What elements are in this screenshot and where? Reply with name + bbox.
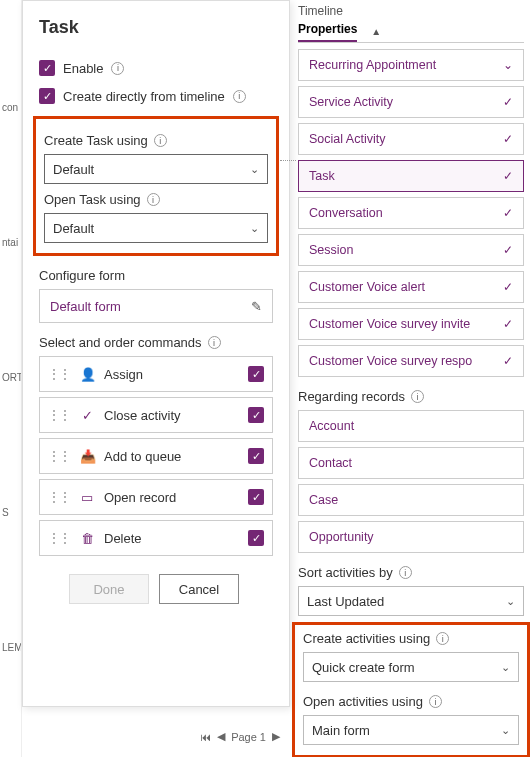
task-title: Task <box>39 17 273 38</box>
create-task-value: Default <box>53 162 94 177</box>
cmd-checkbox[interactable]: ✓ <box>248 448 264 464</box>
info-icon[interactable]: i <box>233 90 246 103</box>
connector-line <box>280 160 296 161</box>
pencil-icon[interactable]: ✎ <box>251 299 262 314</box>
cancel-button[interactable]: Cancel <box>159 574 239 604</box>
drag-icon[interactable]: ⋮⋮ <box>48 490 70 504</box>
open-activities-select[interactable]: Main form ⌄ <box>303 715 519 745</box>
task-panel-wrap: Task ✓ Enable i ✓ Create directly from t… <box>22 0 290 757</box>
default-form-row[interactable]: Default form ✎ <box>39 289 273 323</box>
activity-recurring[interactable]: Recurring Appointment⌄ <box>298 49 524 81</box>
done-button[interactable]: Done <box>69 574 149 604</box>
create-direct-label: Create directly from timeline <box>63 89 225 104</box>
check-icon: ✓ <box>503 132 513 146</box>
create-activities-label: Create activities using <box>303 631 430 646</box>
trash-icon: 🗑 <box>80 531 94 546</box>
check-icon: ✓ <box>503 243 513 257</box>
chevron-down-icon: ⌄ <box>501 661 510 674</box>
cmd-close[interactable]: ⋮⋮ ✓ Close activity ✓ <box>39 397 273 433</box>
chevron-down-icon: ⌄ <box>250 163 259 176</box>
check-icon: ✓ <box>503 354 513 368</box>
task-panel: Task ✓ Enable i ✓ Create directly from t… <box>22 0 290 707</box>
person-icon: 👤 <box>80 367 94 382</box>
sort-label: Sort activities by <box>298 565 393 580</box>
create-activities-select[interactable]: Quick create form ⌄ <box>303 652 519 682</box>
enable-label: Enable <box>63 61 103 76</box>
tab-properties[interactable]: Properties <box>298 22 357 42</box>
regarding-account[interactable]: Account <box>298 410 524 442</box>
cmd-checkbox[interactable]: ✓ <box>248 489 264 505</box>
check-icon: ✓ <box>503 169 513 183</box>
chevron-down-icon: ⌄ <box>506 595 515 608</box>
prev-page-icon[interactable]: ◀ <box>217 730 225 743</box>
info-icon[interactable]: i <box>399 566 412 579</box>
open-task-label: Open Task using <box>44 192 141 207</box>
default-form-text: Default form <box>50 299 121 314</box>
drag-icon[interactable]: ⋮⋮ <box>48 531 70 545</box>
info-icon[interactable]: i <box>411 390 424 403</box>
info-icon[interactable]: i <box>208 336 221 349</box>
chevron-down-icon: ⌄ <box>501 724 510 737</box>
check-icon: ✓ <box>503 317 513 331</box>
sort-value: Last Updated <box>307 594 384 609</box>
check-icon: ✓ <box>80 408 94 423</box>
properties-pane: Timeline Properties ▲ Recurring Appointm… <box>290 0 532 757</box>
create-task-select[interactable]: Default ⌄ <box>44 154 268 184</box>
first-page-icon[interactable]: ⏮ <box>200 731 211 743</box>
info-icon[interactable]: i <box>436 632 449 645</box>
tab-timeline[interactable]: Timeline <box>298 4 343 18</box>
configure-form-label: Configure form <box>39 268 125 283</box>
enable-checkbox[interactable]: ✓ <box>39 60 55 76</box>
open-activities-value: Main form <box>312 723 370 738</box>
cmd-queue[interactable]: ⋮⋮ 📥 Add to queue ✓ <box>39 438 273 474</box>
chevron-down-icon: ⌄ <box>250 222 259 235</box>
left-gutter: conntaiORTSLEM <box>0 0 22 757</box>
create-direct-checkbox[interactable]: ✓ <box>39 88 55 104</box>
check-icon: ✓ <box>503 95 513 109</box>
activity-cvr[interactable]: Customer Voice survey respo✓ <box>298 345 524 377</box>
info-icon[interactable]: i <box>111 62 124 75</box>
open-task-value: Default <box>53 221 94 236</box>
activity-service[interactable]: Service Activity✓ <box>298 86 524 118</box>
highlight-box-right: Create activities using i Quick create f… <box>292 622 530 757</box>
info-icon[interactable]: i <box>429 695 442 708</box>
drag-icon[interactable]: ⋮⋮ <box>48 408 70 422</box>
regarding-label: Regarding records <box>298 389 405 404</box>
cmd-checkbox[interactable]: ✓ <box>248 366 264 382</box>
pager[interactable]: ⏮ ◀ Page 1 ▶ <box>200 730 280 743</box>
check-icon: ✓ <box>503 280 513 294</box>
activity-social[interactable]: Social Activity✓ <box>298 123 524 155</box>
info-icon[interactable]: i <box>154 134 167 147</box>
collapse-icon[interactable]: ▲ <box>371 22 381 42</box>
regarding-opportunity[interactable]: Opportunity <box>298 521 524 553</box>
chevron-down-icon: ⌄ <box>503 58 513 72</box>
cmd-delete[interactable]: ⋮⋮ 🗑 Delete ✓ <box>39 520 273 556</box>
open-activities-label: Open activities using <box>303 694 423 709</box>
next-page-icon[interactable]: ▶ <box>272 730 280 743</box>
select-commands-label: Select and order commands <box>39 335 202 350</box>
cmd-assign[interactable]: ⋮⋮ 👤 Assign ✓ <box>39 356 273 392</box>
activity-conversation[interactable]: Conversation✓ <box>298 197 524 229</box>
highlight-box-left: Create Task using i Default ⌄ Open Task … <box>33 116 279 256</box>
activity-cvi[interactable]: Customer Voice survey invite✓ <box>298 308 524 340</box>
regarding-case[interactable]: Case <box>298 484 524 516</box>
queue-icon: 📥 <box>80 449 94 464</box>
drag-icon[interactable]: ⋮⋮ <box>48 367 70 381</box>
open-icon: ▭ <box>80 490 94 505</box>
activity-cva[interactable]: Customer Voice alert✓ <box>298 271 524 303</box>
info-icon[interactable]: i <box>147 193 160 206</box>
activity-task[interactable]: Task✓ <box>298 160 524 192</box>
regarding-contact[interactable]: Contact <box>298 447 524 479</box>
create-task-label: Create Task using <box>44 133 148 148</box>
sort-select[interactable]: Last Updated ⌄ <box>298 586 524 616</box>
drag-icon[interactable]: ⋮⋮ <box>48 449 70 463</box>
open-task-select[interactable]: Default ⌄ <box>44 213 268 243</box>
pager-label: Page 1 <box>231 731 266 743</box>
create-activities-value: Quick create form <box>312 660 415 675</box>
check-icon: ✓ <box>503 206 513 220</box>
cmd-open[interactable]: ⋮⋮ ▭ Open record ✓ <box>39 479 273 515</box>
activity-session[interactable]: Session✓ <box>298 234 524 266</box>
cmd-checkbox[interactable]: ✓ <box>248 407 264 423</box>
cmd-checkbox[interactable]: ✓ <box>248 530 264 546</box>
